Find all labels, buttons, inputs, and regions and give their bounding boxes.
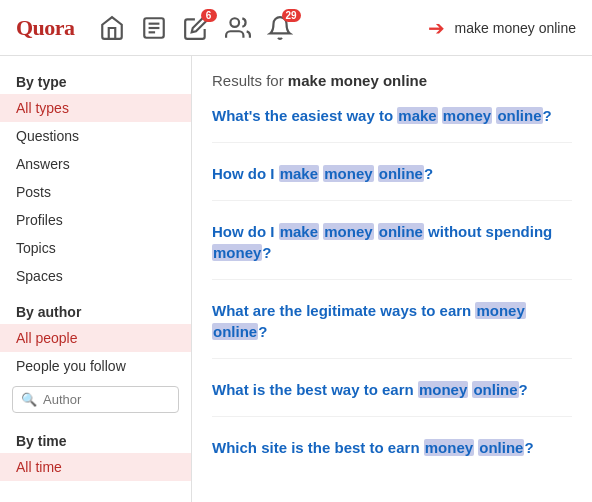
result-item: What are the legitimate ways to earn mon… <box>212 300 572 359</box>
result-link[interactable]: How do I make money online? <box>212 165 433 182</box>
result-item: What is the best way to earn money onlin… <box>212 379 572 417</box>
highlight: money <box>323 223 373 240</box>
divider-2 <box>0 419 191 427</box>
sidebar-item-all-types[interactable]: All types <box>0 94 191 122</box>
author-search-icon: 🔍 <box>21 392 37 407</box>
sidebar-item-all-people[interactable]: All people <box>0 324 191 352</box>
highlight: online <box>478 439 524 456</box>
highlight: make <box>279 223 319 240</box>
search-area: ➔ make money online <box>428 16 576 40</box>
author-search-input[interactable] <box>43 392 170 407</box>
results-area: Results for make money online What's the… <box>192 56 592 502</box>
sidebar-item-posts[interactable]: Posts <box>0 178 191 206</box>
by-time-section-title: By time <box>0 427 191 453</box>
sidebar-item-profiles[interactable]: Profiles <box>0 206 191 234</box>
edit-badge: 6 <box>201 9 217 22</box>
result-item: How do I make money online? <box>212 163 572 201</box>
home-nav-button[interactable] <box>99 15 125 41</box>
sidebar-item-all-time[interactable]: All time <box>0 453 191 481</box>
highlight: online <box>212 323 258 340</box>
result-link[interactable]: How do I make money online without spend… <box>212 223 552 261</box>
results-query: make money online <box>288 72 427 89</box>
divider-1 <box>0 290 191 298</box>
nav-icons: 6 29 <box>99 15 412 41</box>
result-item: How do I make money online without spend… <box>212 221 572 280</box>
by-author-section-title: By author <box>0 298 191 324</box>
notifications-nav-button[interactable]: 29 <box>267 15 293 41</box>
edit-nav-button[interactable]: 6 <box>183 15 209 41</box>
highlight: make <box>397 107 437 124</box>
highlight: money <box>442 107 492 124</box>
notifications-badge: 29 <box>282 9 301 22</box>
feed-nav-button[interactable] <box>141 15 167 41</box>
highlight: money <box>424 439 474 456</box>
result-link[interactable]: What are the legitimate ways to earn mon… <box>212 302 526 340</box>
header: Quora 6 <box>0 0 592 56</box>
svg-point-4 <box>230 18 239 27</box>
highlight: online <box>496 107 542 124</box>
sidebar-item-questions[interactable]: Questions <box>0 122 191 150</box>
sidebar-item-topics[interactable]: Topics <box>0 234 191 262</box>
search-query-text: make money online <box>455 20 576 36</box>
sidebar: By type All types Questions Answers Post… <box>0 56 192 502</box>
highlight: money <box>323 165 373 182</box>
result-link[interactable]: Which site is the best to earn money onl… <box>212 439 534 456</box>
highlight: money <box>212 244 262 261</box>
result-link[interactable]: What is the best way to earn money onlin… <box>212 381 528 398</box>
highlight: make <box>279 165 319 182</box>
author-search-box[interactable]: 🔍 <box>12 386 179 413</box>
results-title: Results for make money online <box>212 72 572 89</box>
arrow-icon: ➔ <box>428 16 445 40</box>
people-nav-button[interactable] <box>225 15 251 41</box>
result-item: What's the easiest way to make money onl… <box>212 105 572 143</box>
main-layout: By type All types Questions Answers Post… <box>0 56 592 502</box>
result-item: Which site is the best to earn money onl… <box>212 437 572 474</box>
result-link[interactable]: What's the easiest way to make money onl… <box>212 107 552 124</box>
highlight: money <box>418 381 468 398</box>
sidebar-item-spaces[interactable]: Spaces <box>0 262 191 290</box>
by-type-section-title: By type <box>0 68 191 94</box>
sidebar-item-answers[interactable]: Answers <box>0 150 191 178</box>
highlight: online <box>378 223 424 240</box>
logo[interactable]: Quora <box>16 15 75 41</box>
sidebar-item-people-you-follow[interactable]: People you follow <box>0 352 191 380</box>
highlight: money <box>475 302 525 319</box>
highlight: online <box>378 165 424 182</box>
highlight: online <box>472 381 518 398</box>
